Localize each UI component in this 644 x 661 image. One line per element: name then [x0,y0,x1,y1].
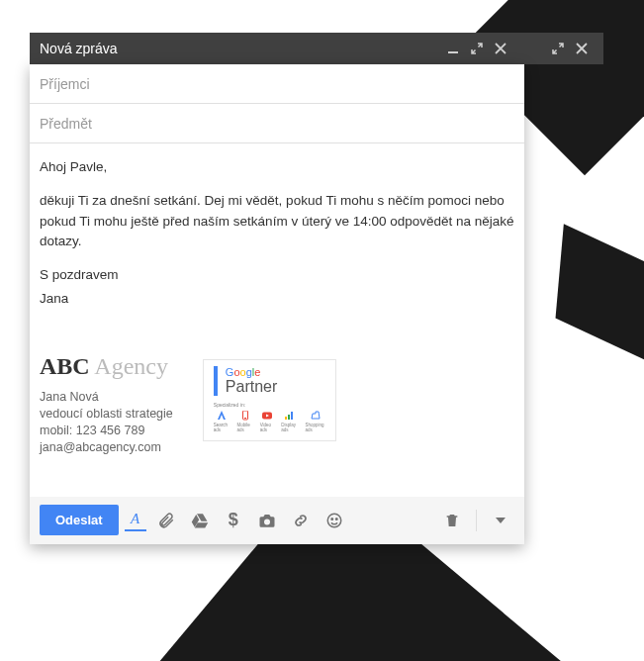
body-paragraph: děkuji Ti za dnešní setkání. Dej mi vědě… [40,191,514,251]
signature-email: jana@abcagency.com [40,440,173,454]
drive-icon[interactable] [186,507,214,534]
svg-rect-2 [244,418,246,419]
more-options-icon[interactable] [487,507,514,534]
signature-company: ABC Agency [40,353,173,380]
svg-rect-4 [285,417,287,420]
badge-partner-label: Partner [226,378,325,396]
decorative-shape [556,224,644,360]
link-icon[interactable] [287,507,315,534]
body-greeting: Ahoj Pavle, [40,157,514,177]
compose-title: Nová zpráva [40,41,441,56]
expand-icon[interactable] [465,37,489,60]
photo-icon[interactable] [253,507,281,534]
compose-panel: Příjemci Předmět Ahoj Pavle, děkuji Ti z… [30,64,524,544]
formatting-icon[interactable]: A [125,510,146,531]
toolbar-separator [476,510,477,531]
trash-icon[interactable] [438,507,466,534]
message-body[interactable]: Ahoj Pavle, děkuji Ti za dnešní setkání.… [30,143,524,353]
signature-role: vedoucí oblasti strategie [40,407,173,421]
partner-badge: Google Partner Specialized in: Search ad… [203,359,336,441]
expand-icon-secondary[interactable] [546,37,570,60]
svg-rect-0 [448,51,458,53]
svg-point-8 [331,518,333,519]
money-icon[interactable]: $ [220,507,247,534]
badge-icon-row: Search ads Mobile ads Video ads Display … [214,411,325,432]
badge-google-logo: Google [226,366,325,378]
close-icon-secondary[interactable] [570,37,594,60]
signature-block: ABC Agency Jana Nová vedoucí oblasti str… [30,353,524,497]
send-button[interactable]: Odeslat [40,505,119,535]
attach-icon[interactable] [152,507,180,534]
recipients-field[interactable]: Příjemci [30,64,524,104]
svg-point-7 [327,514,341,527]
svg-rect-6 [291,412,293,420]
badge-specialized-label: Specialized in: [214,402,325,408]
emoji-icon[interactable] [321,507,348,534]
body-name: Jana [40,289,514,309]
svg-point-9 [335,518,337,519]
minimize-icon[interactable] [441,37,465,60]
signature-phone: mobil: 123 456 789 [40,424,173,437]
compose-toolbar: Odeslat A $ [30,497,524,544]
close-icon[interactable] [489,37,512,60]
compose-titlebar: Nová zpráva [30,33,603,64]
signature-person: Jana Nová [40,390,173,404]
body-closing: S pozdravem [40,265,514,285]
svg-rect-5 [288,415,290,420]
subject-field[interactable]: Předmět [30,104,524,143]
